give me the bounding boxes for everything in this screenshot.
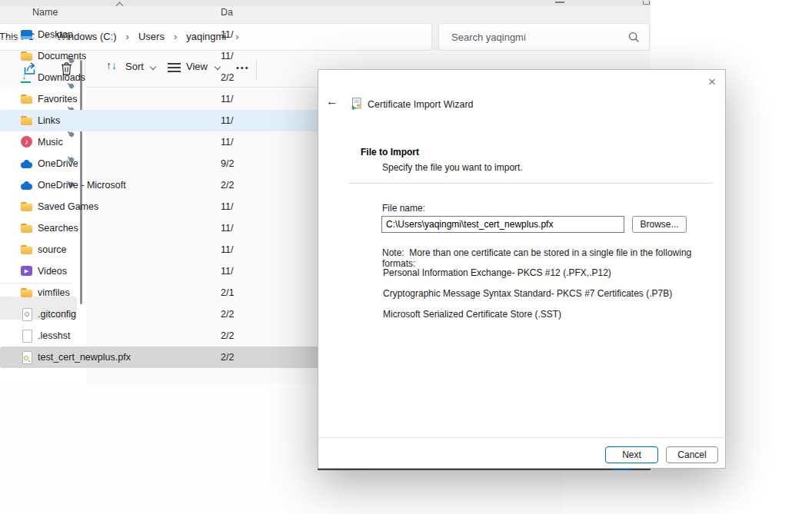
section-subtitle: Specify the file you want to import. [382,162,523,173]
format-item: Microsoft Serialized Certificate Store (… [383,309,714,320]
next-button[interactable]: Next [605,446,658,463]
certificate-wizard-icon [350,98,363,114]
explorer-bottom-edge [318,469,651,470]
divider [349,183,713,184]
footer-divider [318,437,727,438]
close-icon[interactable]: × [703,74,721,91]
section-title: File to Import [361,147,419,158]
explorer-titlebar [0,0,651,6]
formats-note: Note: More than one certificate can be s… [382,247,717,269]
minimize-icon[interactable] [555,2,564,3]
format-item: Personal Information Exchange- PKCS #12 … [383,267,714,278]
screen: 1:45 PMObject File Library2 KB1:50 PMObj… [0,0,812,514]
cancel-button[interactable]: Cancel [666,446,718,463]
search-icon[interactable] [628,32,640,46]
maximize-icon[interactable] [643,1,650,5]
formats-list: Personal Information Exchange- PKCS #12 … [383,267,714,330]
back-arrow-icon[interactable]: ← [326,95,338,108]
format-item: Cryptographic Message Syntax Standard- P… [383,288,714,299]
file-name-label: File name: [382,203,425,214]
browse-button[interactable]: Browse... [632,216,687,233]
file-name-input[interactable]: C:\Users\yaqingmi\test_cert_newplus.pfx [381,216,624,233]
certificate-import-wizard-dialog: × ← Certificate Import Wizard File to Im… [318,69,726,469]
dialog-title: Certificate Import Wizard [368,99,474,110]
